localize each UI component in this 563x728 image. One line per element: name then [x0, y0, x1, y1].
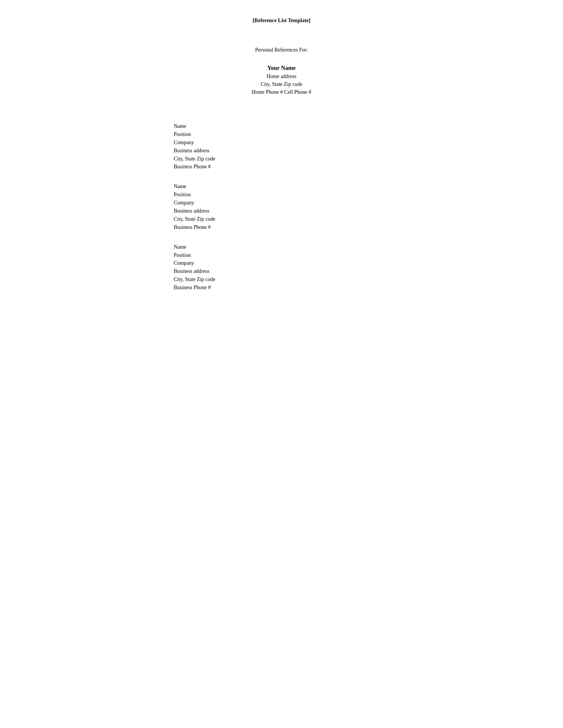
document-title: [Reference List Template] — [171, 17, 392, 24]
ref2-name: Name — [174, 183, 392, 191]
ref1-position: Position — [174, 130, 392, 139]
ref2-city-state-zip: City, State Zip code — [174, 215, 392, 223]
your-home-address: Home address — [171, 73, 392, 80]
reference-entry-1: Name Position Company Business address C… — [174, 122, 392, 171]
page: [Reference List Template] Personal Refer… — [171, 17, 392, 711]
reference-entry-2: Name Position Company Business address C… — [174, 183, 392, 231]
your-name: Your Name — [171, 65, 392, 71]
ref2-business-address: Business address — [174, 207, 392, 215]
ref3-business-address: Business address — [174, 267, 392, 275]
your-info-block: Your Name Home address City, State Zip c… — [171, 65, 392, 96]
ref1-name: Name — [174, 122, 392, 130]
ref3-phone: Business Phone # — [174, 284, 392, 292]
ref2-company: Company — [174, 199, 392, 207]
ref1-company: Company — [174, 139, 392, 147]
references-section: Name Position Company Business address C… — [174, 122, 392, 292]
ref3-city-state-zip: City, State Zip code — [174, 275, 392, 284]
ref1-city-state-zip: City, State Zip code — [174, 155, 392, 163]
ref1-business-address: Business address — [174, 147, 392, 155]
reference-entry-3: Name Position Company Business address C… — [174, 243, 392, 292]
ref3-company: Company — [174, 259, 392, 267]
ref1-phone: Business Phone # — [174, 163, 392, 171]
your-phones: Home Phone # Cell Phone # — [171, 88, 392, 96]
your-city-state-zip: City, State Zip code — [171, 80, 392, 88]
ref3-position: Position — [174, 251, 392, 259]
personal-refs-label: Personal References For: — [171, 47, 392, 53]
ref2-phone: Business Phone # — [174, 223, 392, 232]
ref2-position: Position — [174, 191, 392, 199]
ref3-name: Name — [174, 243, 392, 251]
